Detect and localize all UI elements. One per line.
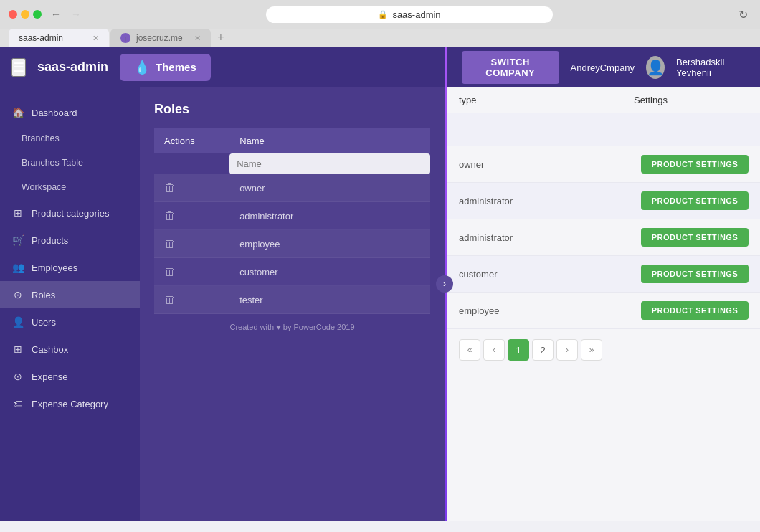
sidebar-item-expense[interactable]: ⊙ Expense bbox=[0, 363, 140, 390]
col-settings-header: Settings bbox=[634, 95, 749, 105]
right-filter-row bbox=[447, 113, 760, 146]
app-header: ☰ saas-admin 💧 Themes bbox=[0, 47, 445, 87]
delete-button[interactable]: 🗑 bbox=[164, 293, 176, 306]
sidebar-label-branches: Branches bbox=[22, 133, 60, 143]
pagination-prev[interactable]: ‹ bbox=[483, 339, 505, 361]
sidebar-label-roles: Roles bbox=[32, 290, 55, 300]
tab-josecruz[interactable]: j josecruz.me ✕ bbox=[110, 29, 211, 47]
right-table-header: type Settings bbox=[447, 87, 760, 113]
cart-icon: 🛒 bbox=[11, 234, 24, 247]
right-type-cell: employee bbox=[459, 305, 641, 316]
right-table-content: type Settings owner PRODUCT SETTINGS adm… bbox=[447, 87, 760, 521]
tab-label: josecruz.me bbox=[136, 33, 183, 43]
pagination-last[interactable]: » bbox=[581, 339, 602, 361]
home-icon: 🏠 bbox=[11, 106, 24, 119]
maximize-window-button[interactable] bbox=[33, 10, 42, 19]
action-cell: 🗑 bbox=[154, 174, 229, 202]
col-actions: Actions bbox=[154, 128, 229, 153]
right-table-row: customer PRODUCT SETTINGS bbox=[447, 256, 760, 293]
name-cell: owner bbox=[229, 174, 430, 202]
sidebar-item-expense-category[interactable]: 🏷 Expense Category bbox=[0, 390, 140, 417]
table-header: Actions Name bbox=[154, 128, 430, 153]
expense-category-icon: 🏷 bbox=[11, 397, 24, 410]
sidebar-label-employees: Employees bbox=[32, 262, 77, 273]
name-cell: administrator bbox=[229, 202, 430, 230]
sidebar-item-users[interactable]: 👤 Users bbox=[0, 308, 140, 336]
tab-close-button[interactable]: ✕ bbox=[194, 34, 201, 43]
sidebar-label-users: Users bbox=[32, 317, 56, 328]
themes-button[interactable]: 💧 Themes bbox=[120, 54, 211, 81]
grid-icon: ⊞ bbox=[11, 206, 24, 219]
sidebar-item-product-categories[interactable]: ⊞ Product categories bbox=[0, 199, 140, 227]
switch-company-button[interactable]: SWITCH COMPANY bbox=[462, 51, 559, 84]
hamburger-menu[interactable]: ☰ bbox=[11, 58, 26, 77]
page-title: Roles bbox=[154, 102, 430, 117]
right-type-cell: administrator bbox=[459, 196, 641, 206]
address-text: saas-admin bbox=[392, 9, 440, 20]
back-button[interactable]: ← bbox=[47, 6, 65, 23]
product-settings-button[interactable]: PRODUCT SETTINGS bbox=[641, 191, 749, 210]
name-filter-input[interactable] bbox=[229, 153, 430, 174]
tab-label: saas-admin bbox=[19, 33, 63, 43]
product-settings-button[interactable]: PRODUCT SETTINGS bbox=[641, 228, 749, 247]
right-table-row: employee PRODUCT SETTINGS bbox=[447, 293, 760, 329]
sidebar-label-expense-category: Expense Category bbox=[32, 399, 108, 409]
right-table-row: owner PRODUCT SETTINGS bbox=[447, 146, 760, 183]
purple-panel: ☰ saas-admin 💧 Themes 🏠 Dashboard Branch… bbox=[0, 47, 445, 521]
browser-navigation: ← → bbox=[47, 6, 85, 23]
col-type-header: type bbox=[459, 95, 634, 105]
lock-icon: 🔒 bbox=[378, 10, 388, 19]
expand-panel-button[interactable]: › bbox=[436, 275, 453, 293]
right-type-cell: owner bbox=[459, 159, 641, 170]
pagination-page-1[interactable]: 1 bbox=[508, 339, 529, 361]
pagination-next[interactable]: › bbox=[556, 339, 578, 361]
new-tab-button[interactable]: + bbox=[212, 29, 229, 46]
sidebar-item-products[interactable]: 🛒 Products bbox=[0, 227, 140, 254]
tab-saas-admin[interactable]: saas-admin ✕ bbox=[9, 29, 109, 47]
col-name: Name bbox=[229, 128, 430, 153]
delete-button[interactable]: 🗑 bbox=[164, 209, 176, 222]
close-window-button[interactable] bbox=[9, 10, 17, 19]
right-type-cell: administrator bbox=[459, 232, 641, 243]
forward-button[interactable]: → bbox=[67, 6, 85, 23]
filter-name-cell bbox=[229, 153, 430, 174]
tab-close-button[interactable]: ✕ bbox=[92, 34, 99, 43]
sidebar-item-branches[interactable]: Branches bbox=[0, 126, 140, 151]
sidebar-item-dashboard[interactable]: 🏠 Dashboard bbox=[0, 99, 140, 126]
name-cell: customer bbox=[229, 258, 430, 286]
product-settings-button[interactable]: PRODUCT SETTINGS bbox=[641, 301, 749, 320]
minimize-window-button[interactable] bbox=[21, 10, 29, 19]
table-row: 🗑 owner bbox=[154, 174, 430, 202]
sidebar-label-workspace: Workspace bbox=[22, 182, 66, 192]
reload-button[interactable]: ↻ bbox=[734, 6, 751, 23]
pagination-page-2[interactable]: 2 bbox=[532, 339, 554, 361]
sidebar: 🏠 Dashboard Branches Branches Table Work… bbox=[0, 87, 140, 521]
address-bar[interactable]: 🔒 saas-admin bbox=[266, 6, 553, 23]
pagination-first[interactable]: « bbox=[459, 339, 480, 361]
sidebar-label-expense: Expense bbox=[32, 371, 68, 382]
browser-tabs: saas-admin ✕ j josecruz.me ✕ + bbox=[0, 29, 760, 47]
footer-credit: Created with ♥ by PowerCode 2019 bbox=[154, 314, 430, 340]
tab-favicon: j bbox=[120, 33, 130, 43]
sidebar-item-employees[interactable]: 👥 Employees bbox=[0, 254, 140, 281]
sidebar-label-product-categories: Product categories bbox=[32, 208, 109, 219]
roles-table: Actions Name bbox=[154, 128, 430, 314]
product-settings-button[interactable]: PRODUCT SETTINGS bbox=[641, 265, 749, 283]
table-row: 🗑 employee bbox=[154, 230, 430, 258]
sidebar-label-products: Products bbox=[32, 235, 68, 246]
user-avatar: 👤 bbox=[646, 56, 665, 79]
delete-button[interactable]: 🗑 bbox=[164, 181, 176, 194]
action-cell: 🗑 bbox=[154, 286, 229, 314]
sidebar-item-workspace[interactable]: Workspace bbox=[0, 175, 140, 199]
table-row: 🗑 customer bbox=[154, 258, 430, 286]
company-name: AndreyCmpany bbox=[571, 62, 635, 73]
delete-button[interactable]: 🗑 bbox=[164, 265, 176, 278]
right-panel: SWITCH COMPANY AndreyCmpany 👤 Bershadski… bbox=[447, 47, 760, 521]
main-content: Roles Actions Name bbox=[140, 87, 445, 521]
product-settings-button[interactable]: PRODUCT SETTINGS bbox=[641, 155, 749, 174]
sidebar-item-roles[interactable]: ⊙ Roles bbox=[0, 281, 140, 308]
filter-row bbox=[154, 153, 430, 174]
sidebar-item-cashbox[interactable]: ⊞ Cashbox bbox=[0, 336, 140, 363]
sidebar-item-branches-table[interactable]: Branches Table bbox=[0, 151, 140, 175]
delete-button[interactable]: 🗑 bbox=[164, 237, 176, 250]
